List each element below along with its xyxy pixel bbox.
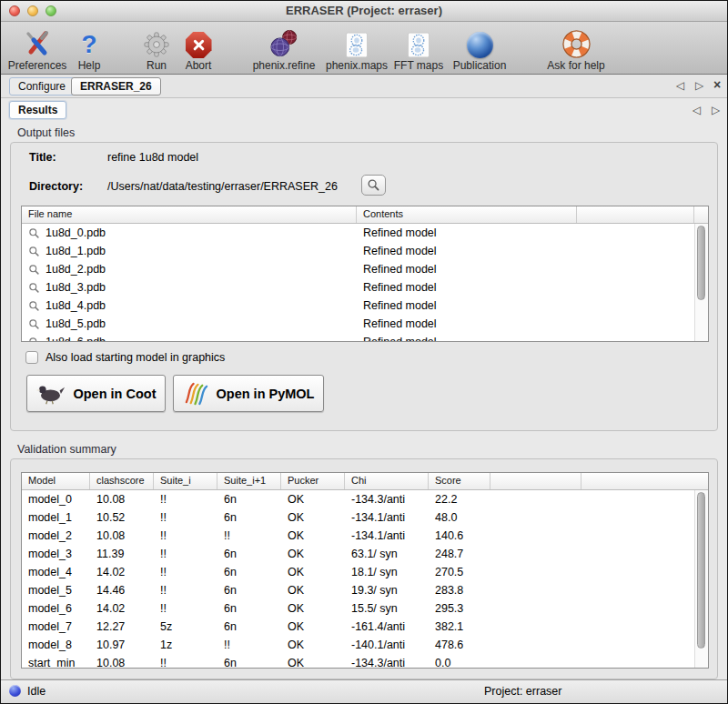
cell-model: model_4: [22, 566, 90, 578]
cell-pucker: OK: [281, 620, 345, 633]
column-header-suite-i[interactable]: Suite_i: [154, 473, 217, 489]
cell-suite-i1: 6n: [217, 511, 281, 524]
output-files-table: File name Contents 1u8d_0.pdb Refined mo…: [21, 206, 709, 342]
magnifier-icon: [28, 264, 40, 276]
cell-chi: -140.1/anti: [345, 639, 429, 651]
cell-chi: 63.1/ syn: [345, 548, 429, 560]
subtab-scroll-right-icon[interactable]: ▷: [712, 104, 720, 116]
cell-model: model_3: [22, 548, 90, 560]
open-in-pymol-button[interactable]: Open in PyMOL: [173, 375, 324, 412]
column-header-empty[interactable]: [577, 206, 694, 223]
cell-suite-i: 5z: [154, 620, 217, 633]
cell-suite-i1: 6n: [217, 584, 281, 597]
cell-chi: -134.1/anti: [345, 529, 429, 542]
toolbar-item-preferences[interactable]: Preferences: [3, 25, 72, 72]
file-contents: Refined model: [357, 317, 577, 330]
validation-row[interactable]: model_1 10.52 !! 6n OK -134.1/anti 48.0: [22, 508, 708, 527]
toolbar-item-run[interactable]: Run: [136, 25, 177, 72]
cell-score: 140.6: [429, 529, 490, 542]
cell-suite-i: !!: [154, 602, 217, 615]
lifebuoy-icon: [562, 25, 591, 60]
magnifier-icon: [367, 178, 380, 192]
toolbar-item-phenix-refine[interactable]: phenix.refine: [247, 25, 321, 72]
file-row[interactable]: 1u8d_1.pdb Refined model: [22, 242, 708, 260]
subtab-scroll-left-icon[interactable]: ◁: [693, 104, 701, 116]
load-starting-model-label: Also load starting model in graphics: [46, 351, 225, 364]
tab-scroll-left-icon[interactable]: ◁: [676, 79, 684, 92]
toolbar-item-ask-for-help[interactable]: Ask for help: [541, 25, 611, 72]
file-name: 1u8d_5.pdb: [46, 317, 106, 330]
tab-configure[interactable]: Configure: [9, 77, 75, 96]
sub-tab-bar: Results ◁ ▷: [1, 98, 727, 122]
validation-row[interactable]: model_2 10.08 !! !! OK -134.1/anti 140.6: [22, 527, 708, 545]
validation-table-header: Model clashscore Suite_i Suite_i+1 Pucke…: [22, 473, 708, 490]
output-files-group: Title: refine 1u8d model Directory: /Use…: [10, 142, 718, 431]
file-row[interactable]: 1u8d_5.pdb Refined model: [22, 315, 708, 333]
cell-clashscore: 14.02: [90, 566, 154, 578]
cell-clashscore: 14.02: [90, 602, 154, 615]
file-row[interactable]: 1u8d_4.pdb Refined model: [22, 297, 708, 315]
browse-directory-button[interactable]: [361, 175, 386, 196]
cell-clashscore: 10.52: [90, 511, 154, 524]
validation-row[interactable]: model_6 14.02 !! 6n OK 15.5/ syn 295.3: [22, 599, 708, 618]
column-header-chi[interactable]: Chi: [345, 473, 429, 489]
load-starting-model-checkbox[interactable]: [25, 351, 38, 364]
validation-row[interactable]: start_min 10.08 !! 6n OK -134.3/anti 0.0: [22, 654, 708, 669]
column-header-empty[interactable]: [490, 473, 581, 489]
file-name: 1u8d_4.pdb: [46, 299, 106, 312]
file-row[interactable]: 1u8d_3.pdb Refined model: [22, 278, 708, 297]
tab-scroll-right-icon[interactable]: ▷: [695, 79, 703, 92]
cell-score: 295.3: [429, 602, 490, 615]
column-header-pucker[interactable]: Pucker: [281, 473, 345, 489]
toolbar-label: Ask for help: [547, 60, 604, 72]
cell-pucker: OK: [281, 493, 345, 506]
gear-icon: [143, 25, 170, 60]
validation-row[interactable]: model_5 14.46 !! 6n OK 19.3/ syn 283.8: [22, 581, 708, 599]
open-in-coot-label: Open in Coot: [73, 387, 156, 401]
cell-chi: -161.4/anti: [345, 620, 429, 633]
cell-score: 48.0: [429, 511, 490, 524]
validation-row[interactable]: model_8 10.97 1z !! OK -140.1/anti 478.6: [22, 636, 708, 654]
magnifier-icon: [28, 282, 40, 294]
toolbar-item-publication[interactable]: Publication: [447, 25, 512, 72]
column-header-score[interactable]: Score: [429, 473, 490, 489]
column-header-file-name[interactable]: File name: [22, 206, 357, 223]
toolbar-item-help[interactable]: ? Help: [72, 25, 106, 72]
column-header-model[interactable]: Model: [22, 473, 90, 489]
stop-icon: [186, 25, 212, 60]
file-name: 1u8d_1.pdb: [46, 245, 106, 257]
file-row[interactable]: 1u8d_2.pdb Refined model: [22, 260, 708, 278]
cell-suite-i1: !!: [217, 529, 281, 542]
cell-pucker: OK: [281, 602, 345, 615]
validation-table-scrollbar[interactable]: [694, 490, 708, 668]
validation-row[interactable]: model_4 14.02 !! 6n OK 18.1/ syn 270.5: [22, 563, 708, 581]
cell-model: model_7: [22, 620, 90, 633]
cell-pucker: OK: [281, 639, 345, 651]
open-in-coot-button[interactable]: Open in Coot: [26, 375, 166, 412]
column-header-suite-i1[interactable]: Suite_i+1: [217, 473, 281, 489]
validation-row[interactable]: model_0 10.08 !! 6n OK -134.3/anti 22.2: [22, 490, 708, 508]
cell-pucker: OK: [281, 529, 345, 542]
scrollbar-thumb[interactable]: [697, 226, 705, 300]
cell-model: model_1: [22, 511, 90, 524]
tab-erraser-26[interactable]: ERRASER_26: [71, 77, 161, 96]
tab-results[interactable]: Results: [9, 101, 66, 119]
file-row[interactable]: 1u8d_6.pdb Refined model: [22, 333, 708, 342]
toolbar-item-fft-maps[interactable]: FFT maps: [390, 25, 447, 72]
validation-row[interactable]: model_3 11.39 !! 6n OK 63.1/ syn 248.7: [22, 545, 708, 563]
toolbar-label: Abort: [186, 60, 212, 72]
toolbar-item-abort[interactable]: Abort: [176, 25, 221, 72]
tab-close-icon[interactable]: ×: [713, 77, 721, 92]
magnifier-icon: [28, 300, 40, 312]
globe-icon: [467, 25, 493, 60]
column-header-clashscore[interactable]: clashscore: [90, 473, 154, 489]
file-row[interactable]: 1u8d_0.pdb Refined model: [22, 224, 708, 242]
validation-row[interactable]: model_7 12.27 5z 6n OK -161.4/anti 382.1: [22, 618, 708, 636]
toolbar-label: FFT maps: [394, 60, 443, 72]
file-contents: Refined model: [357, 336, 577, 342]
file-table-scrollbar[interactable]: [694, 224, 708, 341]
column-header-contents[interactable]: Contents: [357, 206, 577, 223]
scrollbar-thumb[interactable]: [697, 492, 705, 649]
toolbar-item-phenix-maps[interactable]: phenix.maps: [323, 25, 390, 72]
magnifier-icon: [28, 337, 40, 343]
